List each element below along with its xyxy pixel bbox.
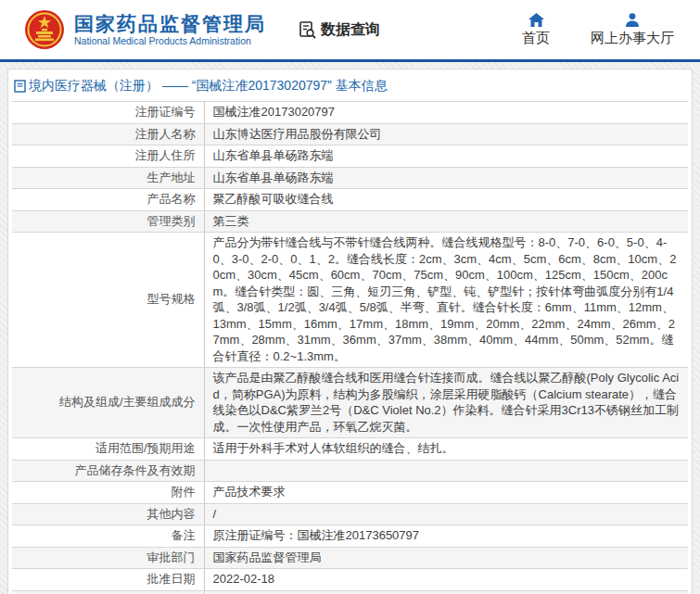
table-row: 注册人住所山东省单县单砀路东端 [12, 145, 688, 168]
row-value: / [204, 503, 688, 525]
row-value [204, 460, 688, 482]
nav-home-label: 首页 [522, 30, 550, 47]
table-row: 注册人名称山东博达医疗用品股份有限公司 [12, 123, 688, 145]
table-row: 审批部门国家药品监督管理局 [12, 547, 688, 569]
row-value: 国家药品监督管理局 [204, 547, 688, 569]
table-row: 其他内容/ [12, 503, 688, 525]
row-label: 结构及组成/主要组成成分 [12, 368, 204, 438]
row-value: 山东省单县单砀路东端 [204, 167, 688, 189]
site-header: 国家药品监督管理局 National Medical Products Admi… [0, 0, 700, 62]
row-label: 生效日期 [12, 590, 204, 594]
nav-home[interactable]: 首页 [522, 13, 550, 47]
document-search-icon [298, 20, 317, 40]
table-row: 批准日期2022-02-18 [12, 569, 688, 591]
breadcrumb-text: 境内医疗器械（注册） —— “国械注准20173020797” 基本信息 [29, 78, 388, 95]
table-row: 备注原注册证编号：国械注准20173650797 [12, 525, 688, 548]
row-value: 产品分为带针缝合线与不带针缝合线两种。缝合线规格型号：8-0、7-0、6-0、5… [204, 233, 688, 368]
site-logo[interactable]: 国家药品监督管理局 National Medical Products Admi… [24, 9, 266, 50]
row-label: 适用范围/预期用途 [12, 438, 204, 461]
page-icon [14, 80, 26, 93]
row-value: 第三类 [204, 210, 688, 233]
table-row: 产品名称聚乙醇酸可吸收缝合线 [12, 189, 688, 211]
row-label: 审批部门 [12, 547, 204, 569]
data-query-label: 数据查询 [321, 20, 380, 40]
table-row: 产品储存条件及有效期 [12, 460, 688, 482]
person-icon [625, 13, 640, 27]
row-value: 聚乙醇酸可吸收缝合线 [204, 189, 688, 211]
table-row: 生效日期2022-05-22 [12, 590, 688, 594]
site-subtitle: National Medical Products Administration [74, 35, 266, 47]
site-title: 国家药品监督管理局 [74, 13, 266, 35]
row-label: 管理类别 [12, 210, 204, 233]
row-label: 备注 [12, 525, 204, 548]
table-row: 结构及组成/主要组成成分该产品是由聚乙醇酸缝合线和医用缝合针连接而成。缝合线以聚… [12, 368, 688, 438]
national-emblem-icon [24, 9, 65, 50]
registration-info-table: 注册证编号国械注准20173020797注册人名称山东博达医疗用品股份有限公司注… [12, 101, 688, 594]
table-row: 生产地址山东省单县单砀路东端 [12, 167, 688, 189]
row-value: 国械注准20173020797 [204, 102, 688, 124]
row-label: 附件 [12, 482, 204, 504]
row-value: 2022-02-18 [204, 569, 688, 591]
row-label: 其他内容 [12, 503, 204, 525]
row-label: 产品储存条件及有效期 [12, 460, 204, 482]
table-row: 适用范围/预期用途适用于外科手术对人体软组织的缝合、结扎。 [12, 438, 688, 461]
row-value: 产品技术要求 [204, 482, 688, 504]
row-label: 产品名称 [12, 189, 204, 211]
row-label: 注册人名称 [12, 123, 204, 145]
content-panel: 境内医疗器械（注册） —— “国械注准20173020797” 基本信息 注册证… [7, 69, 693, 594]
table-row: 注册证编号国械注准20173020797 [12, 102, 688, 124]
row-label: 型号规格 [12, 233, 204, 368]
row-value: 适用于外科手术对人体软组织的缝合、结扎。 [204, 438, 688, 461]
nav-online-hall[interactable]: 网上办事大厅 [591, 13, 674, 47]
row-label: 批准日期 [12, 569, 204, 591]
nav-online-hall-label: 网上办事大厅 [591, 30, 674, 47]
table-row: 附件产品技术要求 [12, 482, 688, 504]
home-icon [528, 13, 544, 27]
breadcrumb: 境内医疗器械（注册） —— “国械注准20173020797” 基本信息 [8, 70, 692, 101]
table-row: 管理类别第三类 [12, 210, 688, 233]
row-value: 原注册证编号：国械注准20173650797 [204, 525, 688, 548]
row-value: 山东博达医疗用品股份有限公司 [204, 123, 688, 145]
row-value: 2022-05-22 [204, 590, 688, 594]
row-value: 该产品是由聚乙醇酸缝合线和医用缝合针连接而成。缝合线以聚乙醇酸(Poly Gly… [204, 368, 688, 438]
data-query-button[interactable]: 数据查询 [298, 20, 380, 40]
row-label: 注册证编号 [12, 102, 204, 124]
row-label: 注册人住所 [12, 145, 204, 168]
table-row: 型号规格产品分为带针缝合线与不带针缝合线两种。缝合线规格型号：8-0、7-0、6… [12, 233, 688, 368]
row-label: 生产地址 [12, 167, 204, 189]
row-value: 山东省单县单砀路东端 [204, 145, 688, 168]
